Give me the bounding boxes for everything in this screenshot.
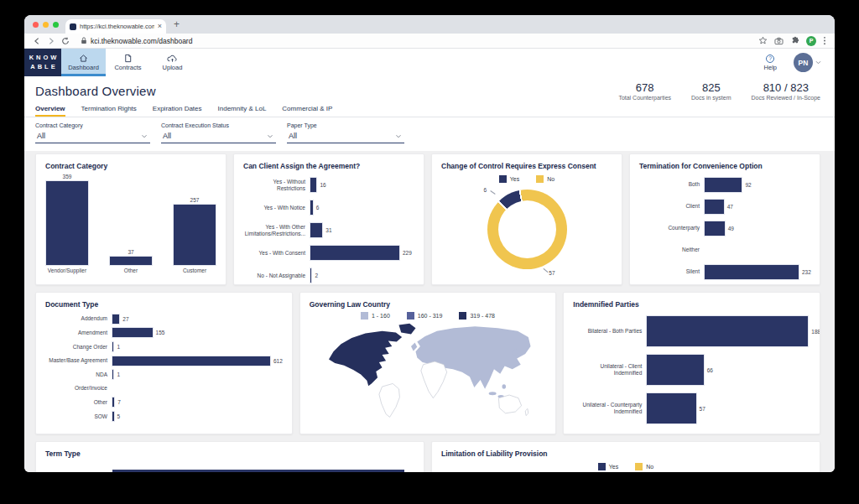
stat-label: Total Counterparties	[618, 95, 671, 101]
bar-row: Master/Base Agreement612	[45, 354, 283, 368]
browser-menu-kebab-icon[interactable]	[823, 36, 826, 45]
knowable-logo[interactable]: KNOW ABLE	[24, 49, 61, 76]
bar[interactable]	[112, 397, 114, 407]
bar-category-label: Customer	[183, 268, 206, 273]
bar-value-label: 66	[707, 367, 713, 373]
region-philippines[interactable]	[502, 384, 506, 388]
bar[interactable]	[705, 200, 724, 214]
tab-close-icon[interactable]: ×	[158, 23, 162, 30]
donut-ring[interactable]: 657	[487, 190, 567, 269]
back-icon[interactable]	[33, 37, 41, 45]
bar-row: Order/Invoice	[45, 382, 283, 396]
bar-row: No - Not Assignable2	[243, 264, 414, 285]
legend-item: No	[536, 175, 554, 183]
bar[interactable]	[310, 246, 399, 260]
bar[interactable]	[647, 316, 808, 346]
bar[interactable]	[310, 268, 311, 283]
nav-item-contracts[interactable]: Contracts	[106, 49, 150, 76]
bar-row: Yes - With Other Limitations/Restriction…	[243, 219, 414, 242]
bar-category-label: Counterparty	[639, 225, 705, 231]
bar-value-label: 188	[811, 329, 820, 335]
tab-termination-rights[interactable]: Termination Rights	[81, 105, 137, 117]
legend-swatch-icon	[536, 175, 544, 183]
world-map[interactable]	[314, 321, 542, 420]
chart-title: Contract Category	[45, 162, 216, 170]
bar-value-label: 229	[403, 250, 412, 256]
chart-governing-law-map: 1 - 160160 - 319319 - 478	[310, 312, 547, 428]
nav-item-dashboard[interactable]: Dashboard	[61, 49, 106, 76]
browser-profile-avatar[interactable]: P	[806, 36, 816, 46]
bar[interactable]	[46, 181, 88, 265]
chart-legend: YesNo	[441, 463, 810, 470]
contract-execution-status-select[interactable]: All	[161, 131, 276, 143]
new-tab-button[interactable]: +	[174, 19, 180, 29]
bar-category-label: Silent	[639, 268, 705, 275]
forward-icon[interactable]	[47, 37, 55, 45]
address-bar[interactable]: kci.theknowable.com/dashboard	[81, 37, 752, 45]
bar[interactable]	[112, 412, 114, 421]
bar-value-label: 1	[117, 372, 120, 377]
chart-limitation-of-liability: YesNo	[441, 463, 810, 472]
bar-category-label: Neither	[639, 247, 705, 253]
extension-puzzle-icon[interactable]	[790, 36, 799, 45]
region-south-america[interactable]	[379, 383, 400, 417]
legend-swatch-icon	[598, 463, 606, 470]
browser-tab[interactable]: https://kci.theknowable.com/d ×	[65, 19, 166, 34]
window-minimize-button[interactable]	[43, 22, 49, 28]
bar[interactable]	[112, 314, 119, 324]
bar-value-label: 49	[728, 226, 734, 231]
window-close-button[interactable]	[33, 22, 39, 28]
chart-title: Change of Control Requires Express Conse…	[441, 162, 612, 170]
bar-category-label: Yes - With Other Limitations/Restriction…	[243, 224, 310, 237]
bar[interactable]	[112, 328, 153, 337]
contract-category-select[interactable]: All	[35, 131, 150, 143]
region-australia[interactable]	[498, 395, 521, 413]
bookmark-star-icon[interactable]	[758, 36, 768, 45]
user-avatar[interactable]: PN	[794, 53, 813, 72]
bar[interactable]	[647, 393, 695, 423]
window-zoom-button[interactable]	[53, 22, 59, 28]
reload-icon[interactable]	[61, 37, 70, 45]
bar[interactable]	[112, 342, 113, 351]
chevron-down-icon	[815, 60, 821, 65]
stat-value: 678	[618, 81, 671, 94]
bar[interactable]	[705, 221, 725, 236]
bar-row: Both92	[639, 174, 810, 195]
bar-category-label: Both	[639, 181, 705, 188]
chart-termination-for-convenience: Both92Client47Counterparty49NeitherSilen…	[639, 170, 810, 275]
region-north-america[interactable]	[329, 331, 402, 386]
tab-overview[interactable]: Overview	[35, 105, 65, 117]
legend-item: 319 - 478	[459, 312, 495, 320]
region-africa[interactable]	[421, 361, 447, 398]
tab-indemnity-lol[interactable]: Indemnity & LoL	[218, 105, 267, 117]
paper-type-select[interactable]: All	[287, 131, 404, 143]
legend-label: 1 - 160	[372, 313, 390, 319]
nav-item-upload[interactable]: Upload	[150, 49, 195, 76]
chart-document-type: Addendum27Amendment155Change Order1Maste…	[45, 309, 283, 424]
bar[interactable]	[705, 265, 799, 279]
region-greenland[interactable]	[398, 324, 415, 335]
region-uk[interactable]	[411, 342, 417, 351]
bar[interactable]	[705, 178, 742, 192]
bar[interactable]	[110, 257, 152, 265]
region-new-zealand[interactable]	[525, 408, 528, 415]
bar-value-label: 5	[117, 413, 121, 419]
bar[interactable]	[310, 178, 316, 192]
user-menu[interactable]: PN	[794, 49, 821, 76]
tab-expiration-dates[interactable]: Expiration Dates	[153, 105, 202, 117]
tab-commercial-ip[interactable]: Commercial & IP	[282, 105, 332, 117]
region-indonesia[interactable]	[489, 392, 497, 395]
card-term-type: Term Type	[35, 441, 424, 472]
bar[interactable]	[310, 200, 313, 215]
camera-extension-icon[interactable]	[774, 37, 784, 45]
bar[interactable]	[174, 205, 216, 265]
help-button[interactable]: ? Help	[764, 49, 777, 76]
bar[interactable]	[647, 355, 703, 385]
legend-swatch-icon	[459, 312, 466, 320]
bar[interactable]	[112, 370, 113, 379]
truncated-bar[interactable]	[112, 470, 404, 472]
help-icon: ?	[766, 55, 774, 63]
bar[interactable]	[310, 223, 322, 237]
card-contract-category: Contract Category 359Vendor/Supplier37Ot…	[35, 153, 226, 285]
bar[interactable]	[112, 356, 270, 366]
